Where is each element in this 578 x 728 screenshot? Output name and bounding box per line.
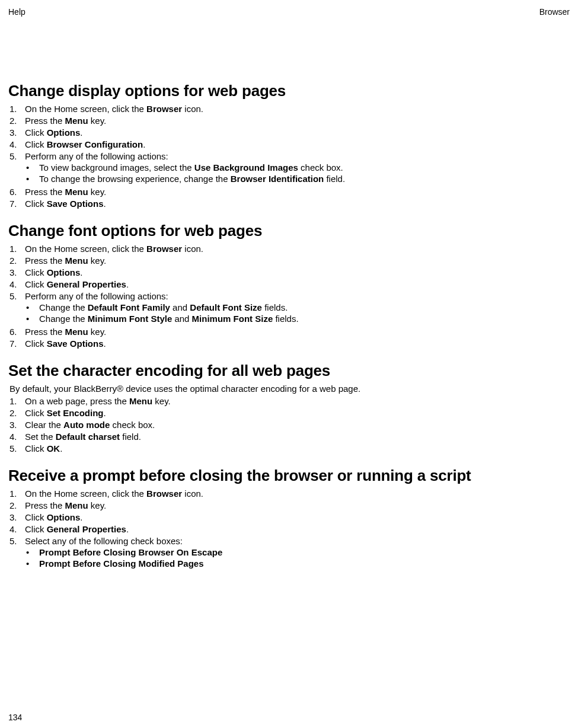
body-text: key. bbox=[88, 500, 107, 510]
body-text: Clear the bbox=[25, 420, 63, 430]
body-text: Click bbox=[25, 127, 47, 138]
step-item: 1.On a web page, press the Menu key. bbox=[8, 396, 570, 406]
bullet-marker: • bbox=[25, 302, 39, 312]
section-title: Receive a prompt before closing the brow… bbox=[8, 467, 570, 485]
step-number: 3. bbox=[8, 420, 25, 430]
bullet-body: Prompt Before Closing Modified Pages bbox=[39, 558, 204, 569]
body-text: icon. bbox=[182, 488, 203, 499]
bullet-marker: • bbox=[25, 547, 39, 557]
bold-text: Browser Identification bbox=[231, 174, 324, 184]
step-body: Click Options. bbox=[25, 127, 570, 138]
body-text: key. bbox=[88, 256, 107, 266]
body-text: Press the bbox=[25, 500, 65, 510]
steps-list: 1.On the Home screen, click the Browser … bbox=[8, 104, 570, 209]
bullet-list: •To view background images, select the U… bbox=[25, 162, 570, 184]
step-number: 3. bbox=[8, 512, 25, 522]
body-text: Press the bbox=[25, 327, 65, 337]
step-body: Click General Properties. bbox=[25, 279, 570, 289]
step-number: 5. bbox=[8, 291, 25, 301]
section-title: Change display options for web pages bbox=[8, 82, 570, 100]
body-text: Click bbox=[25, 267, 47, 277]
step-body: Press the Menu key. bbox=[25, 116, 570, 126]
step-number: 3. bbox=[8, 267, 25, 277]
body-text: Set the bbox=[25, 432, 56, 442]
body-text: . bbox=[60, 443, 62, 454]
body-text: . bbox=[104, 408, 106, 418]
bullet-item: •Prompt Before Closing Modified Pages bbox=[25, 558, 570, 569]
bold-text: Minimum Font Style bbox=[88, 314, 173, 324]
bullet-list: •Prompt Before Closing Browser On Escape… bbox=[25, 547, 570, 569]
step-item: 6.Press the Menu key. bbox=[8, 327, 570, 337]
step-body: Clear the Auto mode check box. bbox=[25, 420, 570, 430]
step-item: 4.Click General Properties. bbox=[8, 524, 570, 534]
body-text: Change the bbox=[39, 302, 88, 312]
body-text: . bbox=[143, 139, 145, 149]
bold-text: Menu bbox=[65, 500, 88, 510]
body-text: key. bbox=[88, 327, 107, 337]
step-item: 5.Perform any of the following actions:•… bbox=[8, 291, 570, 325]
body-text: Select any of the following check boxes: bbox=[25, 536, 183, 546]
bullet-item: •To change the browsing experience, chan… bbox=[25, 174, 570, 184]
step-body: Select any of the following check boxes:… bbox=[25, 536, 570, 570]
step-item: 1.On the Home screen, click the Browser … bbox=[8, 244, 570, 254]
step-number: 4. bbox=[8, 524, 25, 534]
step-item: 3.Click Options. bbox=[8, 127, 570, 138]
body-text: Click bbox=[25, 512, 47, 522]
body-text: Click bbox=[25, 408, 47, 418]
bold-text: General Properties bbox=[47, 279, 126, 289]
bold-text: Browser bbox=[146, 488, 182, 499]
body-text: Perform any of the following actions: bbox=[25, 291, 168, 301]
step-body: Perform any of the following actions:•To… bbox=[25, 151, 570, 185]
step-item: 5.Perform any of the following actions:•… bbox=[8, 151, 570, 185]
step-item: 1.On the Home screen, click the Browser … bbox=[8, 104, 570, 114]
body-text: Click bbox=[25, 339, 47, 349]
steps-list: 1.On the Home screen, click the Browser … bbox=[8, 488, 570, 570]
body-text: field. bbox=[324, 174, 345, 184]
step-body: Press the Menu key. bbox=[25, 327, 570, 337]
bullet-body: To change the browsing experience, chang… bbox=[39, 174, 345, 184]
step-item: 2.Press the Menu key. bbox=[8, 500, 570, 510]
body-text: Click bbox=[25, 139, 47, 149]
bold-text: Default Font Size bbox=[190, 302, 262, 312]
step-body: Click Save Options. bbox=[25, 339, 570, 349]
bullet-item: •To view background images, select the U… bbox=[25, 162, 570, 173]
step-item: 7.Click Save Options. bbox=[8, 199, 570, 209]
step-number: 2. bbox=[8, 256, 25, 266]
step-body: Click Set Encoding. bbox=[25, 408, 570, 418]
step-item: 5.Click OK. bbox=[8, 443, 570, 454]
step-item: 2.Press the Menu key. bbox=[8, 256, 570, 266]
document-page: Help Browser Change display options for … bbox=[0, 0, 578, 728]
body-text: Click bbox=[25, 199, 47, 209]
step-number: 1. bbox=[8, 244, 25, 254]
body-text: key. bbox=[152, 396, 171, 406]
body-text: and bbox=[170, 302, 190, 312]
body-text: . bbox=[126, 279, 129, 289]
page-number: 134 bbox=[8, 713, 22, 722]
body-text: . bbox=[80, 267, 82, 277]
step-number: 5. bbox=[8, 151, 25, 161]
body-text: field. bbox=[120, 432, 141, 442]
body-text: On the Home screen, click the bbox=[25, 488, 146, 499]
bold-text: Prompt Before Closing Modified Pages bbox=[39, 558, 204, 569]
step-number: 6. bbox=[8, 327, 25, 337]
bold-text: Menu bbox=[65, 327, 88, 337]
body-text: key. bbox=[88, 116, 107, 126]
bold-text: Menu bbox=[65, 256, 88, 266]
step-body: Press the Menu key. bbox=[25, 500, 570, 510]
bold-text: Menu bbox=[65, 116, 88, 126]
body-text: To view background images, select the bbox=[39, 162, 194, 173]
bold-text: Menu bbox=[65, 187, 88, 197]
step-body: On a web page, press the Menu key. bbox=[25, 396, 570, 406]
step-number: 5. bbox=[8, 536, 25, 546]
steps-list: 1.On the Home screen, click the Browser … bbox=[8, 244, 570, 349]
step-body: Click Options. bbox=[25, 267, 570, 277]
step-item: 3.Click Options. bbox=[8, 512, 570, 522]
step-item: 4.Click Browser Configuration. bbox=[8, 139, 570, 149]
body-text: Change the bbox=[39, 314, 88, 324]
step-number: 1. bbox=[8, 488, 25, 499]
step-number: 1. bbox=[8, 104, 25, 114]
body-text: Press the bbox=[25, 256, 65, 266]
body-text: On the Home screen, click the bbox=[25, 244, 146, 254]
step-number: 7. bbox=[8, 199, 25, 209]
header-left: Help bbox=[8, 7, 25, 17]
